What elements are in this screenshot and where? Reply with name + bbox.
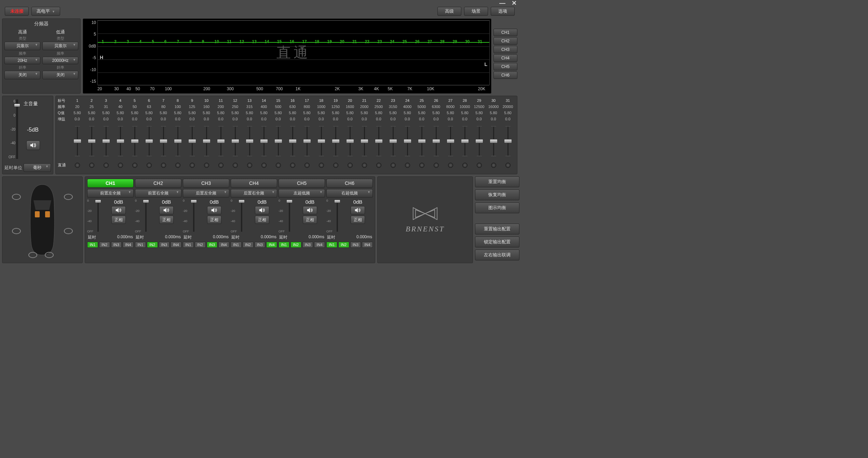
speaker-sub-l-icon[interactable]: [28, 252, 37, 258]
eq-gain-value[interactable]: 0.0: [357, 117, 371, 121]
band-marker[interactable]: 14: [265, 39, 269, 44]
eq-fader[interactable]: [99, 124, 113, 158]
band-marker[interactable]: 9: [202, 39, 204, 44]
eq-q-value[interactable]: 5.80: [443, 111, 458, 115]
eq-fader-thumb[interactable]: [131, 139, 139, 143]
eq-freq-value[interactable]: 8000: [443, 105, 458, 109]
eq-bypass-knob[interactable]: [491, 163, 496, 168]
eq-gain-value[interactable]: 0.0: [458, 117, 472, 121]
eq-fader-thumb[interactable]: [504, 139, 512, 143]
band-marker[interactable]: 25: [403, 39, 407, 44]
scene-button[interactable]: 场景: [464, 7, 488, 16]
speaker-rl-icon[interactable]: [12, 228, 21, 234]
channel-input-1[interactable]: IN1: [279, 242, 289, 248]
eq-gain-value[interactable]: 0.0: [142, 117, 156, 121]
eq-fader[interactable]: [285, 124, 300, 158]
eq-q-value[interactable]: 5.80: [156, 111, 171, 115]
eq-bypass-knob[interactable]: [462, 163, 467, 168]
eq-bypass-knob[interactable]: [434, 163, 439, 168]
band-marker[interactable]: 1: [101, 39, 104, 44]
eq-q-value[interactable]: 5.80: [415, 111, 429, 115]
reset-output-button[interactable]: 重置输出配置: [475, 224, 519, 234]
eq-freq-value[interactable]: 12500: [472, 105, 486, 109]
eq-fader-thumb[interactable]: [102, 139, 110, 143]
eq-bypass-knob[interactable]: [348, 163, 353, 168]
eq-q-value[interactable]: 5.80: [228, 111, 242, 115]
eq-gain-value[interactable]: 0.0: [228, 117, 242, 121]
eq-fader[interactable]: [185, 124, 199, 158]
band-marker[interactable]: 22: [365, 39, 369, 44]
channel-input-2[interactable]: IN2: [99, 242, 110, 248]
eq-fader-thumb[interactable]: [361, 139, 368, 143]
eq-fader[interactable]: [501, 124, 515, 158]
band-marker[interactable]: 20: [340, 39, 344, 44]
channel-delay-value[interactable]: 0.000ms: [165, 234, 181, 240]
eq-bypass-knob[interactable]: [448, 163, 453, 168]
eq-bypass-knob[interactable]: [276, 163, 281, 168]
eq-q-value[interactable]: 5.80: [99, 111, 113, 115]
channel-input-4[interactable]: IN4: [266, 242, 277, 248]
minimize-button[interactable]: —: [499, 0, 505, 7]
eq-fader-thumb[interactable]: [490, 139, 498, 143]
eq-q-value[interactable]: 5.80: [458, 111, 472, 115]
eq-fader[interactable]: [314, 124, 328, 158]
band-marker[interactable]: 21: [352, 39, 357, 44]
band-marker[interactable]: 29: [452, 39, 457, 44]
eq-gain-value[interactable]: 0.0: [127, 117, 142, 121]
channel-input-2[interactable]: IN2: [338, 242, 349, 248]
band-marker[interactable]: 4: [139, 39, 141, 44]
band-marker[interactable]: 6: [164, 39, 167, 44]
channel-fader-thumb[interactable]: [191, 200, 197, 203]
eq-bypass-knob[interactable]: [261, 163, 267, 168]
eq-bypass-knob[interactable]: [304, 163, 310, 168]
eq-gain-value[interactable]: 0.0: [156, 117, 171, 121]
channel-fader[interactable]: 0-20-40OFF: [183, 199, 198, 233]
eq-freq-value[interactable]: 400: [257, 105, 271, 109]
channel-input-4[interactable]: IN4: [314, 242, 325, 248]
eq-gain-value[interactable]: 0.0: [84, 117, 99, 121]
level-select[interactable]: 高电平: [31, 7, 60, 16]
eq-freq-value[interactable]: 2000: [357, 105, 371, 109]
eq-freq-value[interactable]: 3150: [386, 105, 400, 109]
eq-freq-value[interactable]: 63: [142, 105, 156, 109]
eq-freq-value[interactable]: 200: [214, 105, 228, 109]
eq-bypass-knob[interactable]: [147, 163, 152, 168]
eq-fader-thumb[interactable]: [475, 139, 483, 143]
channel-input-2[interactable]: IN2: [195, 242, 206, 248]
band-marker[interactable]: 2: [114, 39, 117, 44]
lp-type-select[interactable]: 贝塞尔: [42, 42, 78, 50]
eq-gain-value[interactable]: 0.0: [429, 117, 443, 121]
eq-bypass-knob[interactable]: [333, 163, 338, 168]
eq-q-value[interactable]: 5.80: [285, 111, 300, 115]
eq-freq-value[interactable]: 160: [199, 105, 214, 109]
channel-input-3[interactable]: IN3: [159, 242, 170, 248]
eq-fader[interactable]: [142, 124, 156, 158]
eq-gain-value[interactable]: 0.0: [242, 117, 257, 121]
eq-bypass-knob[interactable]: [118, 163, 123, 168]
eq-gain-value[interactable]: 0.0: [113, 117, 127, 121]
channel-select-button[interactable]: CH1: [87, 179, 134, 188]
eq-fader-thumb[interactable]: [461, 139, 469, 143]
channel-input-4[interactable]: IN4: [218, 242, 229, 248]
band-marker[interactable]: 16: [290, 39, 294, 44]
eq-fader[interactable]: [458, 124, 472, 158]
channel-delay-value[interactable]: 0.000ms: [309, 234, 324, 240]
eq-fader[interactable]: [199, 124, 214, 158]
band-marker[interactable]: 19: [327, 39, 332, 44]
eq-bypass-knob[interactable]: [362, 163, 367, 168]
channel-fader-thumb[interactable]: [286, 200, 293, 203]
channel-tab-ch6[interactable]: CH6: [493, 71, 517, 79]
eq-fader-thumb[interactable]: [303, 139, 311, 143]
eq-freq-value[interactable]: 1250: [328, 105, 343, 109]
eq-bypass-knob[interactable]: [89, 163, 94, 168]
channel-input-2[interactable]: IN2: [243, 242, 254, 248]
eq-fader-thumb[interactable]: [389, 139, 397, 143]
eq-gain-value[interactable]: 0.0: [185, 117, 199, 121]
band-marker[interactable]: 7: [177, 39, 179, 44]
eq-fader-thumb[interactable]: [160, 139, 167, 143]
channel-input-2[interactable]: IN2: [147, 242, 158, 248]
eq-q-value[interactable]: 5.80: [300, 111, 314, 115]
eq-fader[interactable]: [400, 124, 415, 158]
eq-fader-thumb[interactable]: [404, 139, 411, 143]
band-marker[interactable]: 27: [428, 39, 432, 44]
